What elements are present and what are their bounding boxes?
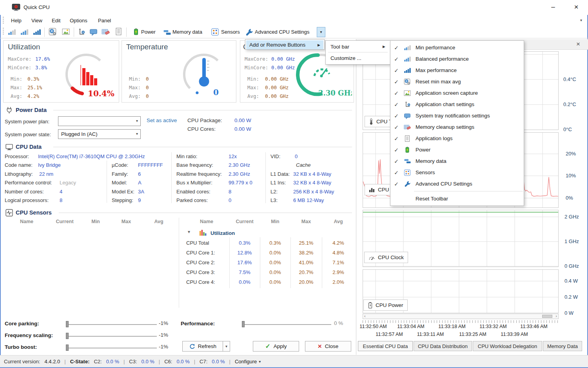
cpu-clock-legend[interactable]: CPU Clock (364, 252, 408, 263)
close-button[interactable]: × (568, 1, 585, 13)
tab-cpu-data-distribution[interactable]: CPU Data Distribution (414, 341, 472, 351)
sensor-row-min: 0.0% (269, 250, 281, 256)
sensor-row-name[interactable]: CPU Core 1: (186, 250, 215, 256)
frequency-scaling-slider-thumb[interactable] (66, 333, 69, 339)
sensors-right-col-avg[interactable]: Avg (334, 219, 343, 224)
balanced-performance-icon[interactable] (20, 29, 28, 35)
toolbar-grip[interactable] (3, 28, 4, 36)
menu-options[interactable]: Options (70, 18, 87, 23)
refresh-icon (189, 343, 195, 349)
tab-essential-cpu-data[interactable]: Essential CPU Data (358, 341, 413, 351)
memory-data-icon[interactable] (163, 29, 171, 36)
core-parking-slider[interactable] (66, 324, 157, 325)
sensors-icon[interactable] (211, 28, 219, 36)
power-button-label[interactable]: Power (141, 29, 156, 35)
power-icon[interactable] (132, 27, 140, 36)
sensors-button-label[interactable]: Sensors (221, 29, 240, 35)
toolbar-dropdown-button[interactable]: ▾ (317, 27, 325, 37)
memory-cleanup-icon (402, 124, 412, 130)
tab-memory-data[interactable]: Memory Data (543, 341, 582, 351)
system-power-state-select[interactable]: Plugged In (AC)▾ (58, 129, 141, 139)
menubar-overflow-icon[interactable]: ▾ (580, 18, 582, 22)
advanced-cpu-settings-icon[interactable] (245, 28, 253, 36)
cpu-power-legend[interactable]: CPU Power (363, 299, 408, 311)
performance-slider[interactable] (242, 324, 331, 325)
menu-item-application-logs[interactable]: ✓ Application logs (390, 133, 524, 144)
menu-item-balanced-performance[interactable]: ✓ Balanced performance (390, 53, 524, 65)
menu-item-sensors[interactable]: ✓ Sensors (390, 167, 524, 178)
scroll-left-icon[interactable]: ‹ (364, 314, 366, 318)
sensor-row-name[interactable]: CPU Core 4: (186, 279, 215, 285)
clock-tick-0: 0 GHz (564, 263, 579, 269)
customize-item[interactable]: Customize ... (327, 53, 389, 63)
advanced-cpu-settings-button-label[interactable]: Advanced CPU Settings (255, 29, 309, 35)
sensors-left-col-avg[interactable]: Avg (154, 219, 163, 224)
scroll-right-icon[interactable]: › (555, 314, 557, 318)
sensors-left-col-current[interactable]: Current (56, 219, 73, 224)
menu-item-power[interactable]: ✓ Power (390, 144, 524, 155)
minimize-button[interactable]: – (545, 1, 561, 13)
charts-panel-close-icon[interactable]: × (576, 40, 580, 48)
menu-item-max-performance[interactable]: ✓ Max performance (390, 65, 524, 76)
sensors-right-col-max[interactable]: Max (301, 219, 311, 224)
utilization-group-label[interactable]: Utilization (211, 230, 235, 236)
menu-item-screen-capture[interactable]: ✓ Application screen capture (390, 87, 524, 99)
menu-panel[interactable]: Panel (98, 18, 111, 23)
power-tick-04: 0.4 W (564, 278, 578, 284)
chart-h-scrollbar[interactable]: ‹ › (363, 314, 559, 319)
tray-notification-icon[interactable] (89, 28, 98, 36)
sensors-right-col-min[interactable]: Min (271, 219, 279, 224)
menu-item-advanced-cpu-settings[interactable]: ✓ Advanced CPU Settings (390, 178, 524, 189)
tab-cpu-workload-delegation[interactable]: CPU Workload Delegation (473, 341, 542, 351)
l3-label: L3: (270, 197, 278, 203)
turbo-boost-slider-thumb[interactable] (66, 345, 69, 351)
configure-menu[interactable]: Configure (235, 359, 257, 364)
group-collapse-chevron-icon[interactable]: ▾ (188, 229, 190, 235)
memory-cleanup-icon[interactable] (102, 28, 110, 36)
sensors-left-col-name[interactable]: Name (20, 219, 33, 224)
reset-min-max-avg-icon[interactable] (49, 28, 57, 36)
menu-item-tray-notification[interactable]: ✓ System tray notification settings (390, 110, 524, 121)
tool-bar-item[interactable]: Tool bar ▶ (327, 41, 389, 52)
sensors-left-col-min[interactable]: Min (91, 219, 100, 224)
set-as-active-link[interactable]: Set as active (147, 117, 177, 123)
chart-settings-icon[interactable] (78, 28, 85, 36)
sensor-row-name[interactable]: CPU Core 2: (186, 260, 215, 265)
menubar-grip[interactable] (3, 17, 4, 23)
svg-text:0: 0 (213, 88, 219, 97)
system-power-plan-select[interactable]: ▾ (58, 116, 141, 126)
advanced-cpu-settings-icon (402, 180, 412, 187)
refresh-dropdown-button[interactable]: ▾ (223, 341, 230, 352)
turbo-boost-slider[interactable] (66, 348, 157, 348)
cpu-data-col-divider (171, 152, 172, 203)
screen-capture-icon[interactable] (62, 28, 70, 35)
menu-item-memory-data[interactable]: ✓ Memory data (390, 155, 524, 167)
core-parking-slider-thumb[interactable] (66, 321, 69, 327)
sensors-right-col-name[interactable]: Name (200, 219, 213, 224)
memory-data-button-label[interactable]: Memory data (172, 29, 202, 35)
menu-item-memory-cleanup[interactable]: ✓ Memory cleanup settings (390, 121, 524, 133)
sensor-row-name[interactable]: CPU Core 3: (186, 269, 215, 275)
menu-item-min-performance[interactable]: ✓ Min performance (390, 42, 524, 53)
menu-item-chart-settings[interactable]: ✓ Application chart settings (390, 99, 524, 110)
menu-view[interactable]: View (31, 18, 42, 23)
close-panel-button[interactable]: × Close (305, 341, 351, 352)
min-performance-icon[interactable] (8, 29, 16, 35)
menu-item-reset-toolbar[interactable]: Reset Toolbar (390, 193, 524, 204)
performance-slider-thumb[interactable] (242, 321, 245, 327)
max-performance-icon[interactable] (33, 29, 41, 35)
sensors-right-col-current[interactable]: Current (236, 219, 253, 224)
add-or-remove-buttons-item[interactable]: Add or Remove Buttons ▶ (246, 40, 323, 49)
scrollbar-thumb[interactable] (542, 315, 552, 318)
refresh-button[interactable]: Refresh (182, 341, 223, 352)
menu-edit[interactable]: Edit (52, 18, 60, 23)
frequency-scaling-slider[interactable] (66, 336, 157, 337)
application-logs-icon[interactable] (115, 27, 122, 36)
configure-chevron-icon[interactable]: ▾ (259, 359, 261, 364)
apply-button[interactable]: ✓ Apply (253, 341, 299, 352)
temperature-min-value: 0 (146, 76, 149, 82)
menu-help[interactable]: Help (11, 18, 22, 23)
menu-item-reset-min-max-avg[interactable]: ✓ Reset min max avg (390, 76, 524, 87)
sensors-left-col-max[interactable]: Max (122, 219, 131, 224)
sensor-row-name[interactable]: CPU Total (186, 240, 209, 246)
